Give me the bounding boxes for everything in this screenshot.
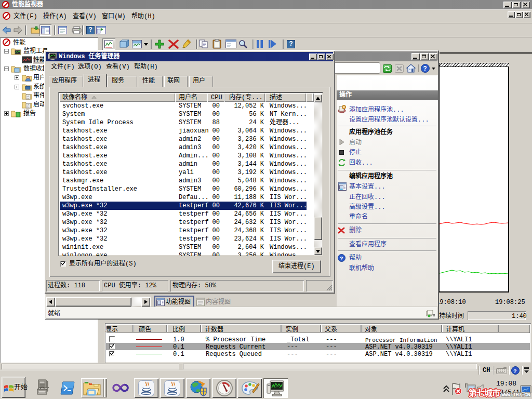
svg-text:01: 01 — [26, 97, 29, 99]
svg-text:WWW.TH7.CN: WWW.TH7.CN — [501, 392, 530, 398]
svg-text:第七城市: 第七城市 — [469, 387, 500, 398]
svg-text:?: ? — [340, 256, 343, 262]
svg-text:?: ? — [513, 368, 517, 375]
svg-text:?: ? — [423, 65, 427, 73]
svg-text:01: 01 — [26, 106, 29, 108]
